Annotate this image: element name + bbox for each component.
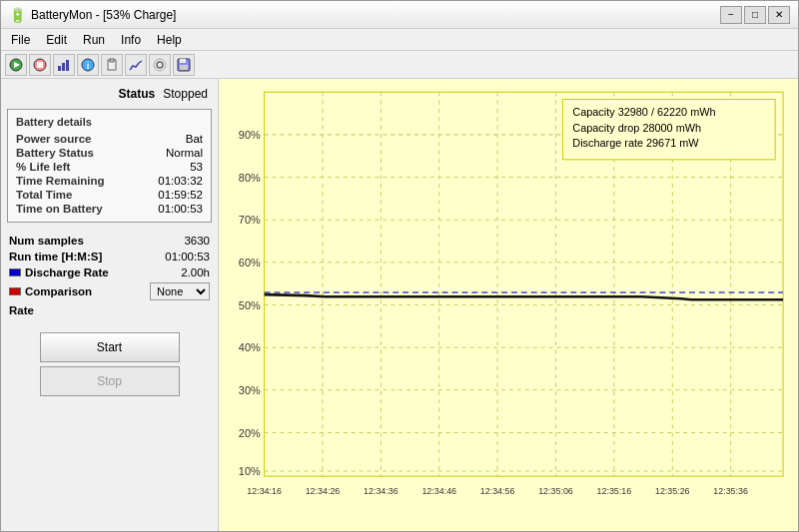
- power-source-value: Bat: [186, 133, 203, 145]
- svg-text:80%: 80%: [239, 171, 261, 183]
- svg-text:12:34:56: 12:34:56: [480, 486, 515, 496]
- chart-container: 90% 80% 70% 60% 50% 40% 30% 20% 10% 12:3…: [227, 87, 790, 523]
- svg-text:50%: 50%: [239, 298, 261, 310]
- close-button[interactable]: ✕: [768, 6, 790, 24]
- battery-status-label: Battery Status: [16, 147, 94, 159]
- chart-svg: 90% 80% 70% 60% 50% 40% 30% 20% 10% 12:3…: [227, 87, 790, 523]
- comparison-label: Comparison: [25, 285, 92, 297]
- detail-time-remaining: Time Remaining 01:03:32: [16, 174, 203, 188]
- num-samples-label: Num samples: [9, 235, 84, 247]
- menu-help[interactable]: Help: [151, 31, 188, 49]
- detail-life-left: % Life left 53: [16, 160, 203, 174]
- svg-rect-5: [62, 63, 65, 71]
- stat-comparison: Comparison None: [9, 280, 210, 302]
- svg-text:70%: 70%: [239, 214, 261, 226]
- stat-num-samples: Num samples 3630: [9, 233, 210, 249]
- power-source-label: Power source: [16, 133, 91, 145]
- svg-text:12:34:26: 12:34:26: [306, 486, 341, 496]
- toolbar-clipboard[interactable]: [101, 54, 123, 76]
- main-window: 🔋 BatteryMon - [53% Charge] − □ ✕ File E…: [0, 0, 799, 532]
- svg-text:40%: 40%: [239, 341, 261, 353]
- stop-button[interactable]: Stop: [40, 366, 180, 396]
- total-time-label: Total Time: [16, 189, 72, 201]
- svg-rect-10: [110, 59, 114, 62]
- time-remaining-label: Time Remaining: [16, 175, 105, 187]
- toolbar-chart[interactable]: [53, 54, 75, 76]
- svg-text:12:35:36: 12:35:36: [713, 486, 748, 496]
- total-time-value: 01:59:52: [158, 189, 203, 201]
- minimize-button[interactable]: −: [720, 6, 742, 24]
- battery-status-value: Normal: [166, 147, 203, 159]
- svg-rect-4: [58, 66, 61, 71]
- svg-text:12:34:46: 12:34:46: [421, 486, 456, 496]
- run-time-label: Run time [H:M:S]: [9, 251, 102, 263]
- toolbar-settings[interactable]: [149, 54, 171, 76]
- discharge-label-group: Discharge Rate: [9, 266, 109, 278]
- svg-text:60%: 60%: [239, 257, 261, 268]
- detail-time-on-battery: Time on Battery 01:00:53: [16, 202, 203, 216]
- window-title: BatteryMon - [53% Charge]: [31, 8, 176, 22]
- toolbar-info[interactable]: i: [77, 54, 99, 76]
- menu-file[interactable]: File: [5, 31, 36, 49]
- toolbar-stop[interactable]: [29, 54, 51, 76]
- svg-text:12:35:16: 12:35:16: [597, 486, 632, 496]
- svg-text:20%: 20%: [239, 426, 261, 438]
- title-bar-left: 🔋 BatteryMon - [53% Charge]: [9, 7, 176, 23]
- battery-details-title: Battery details: [16, 116, 203, 128]
- svg-text:12:34:36: 12:34:36: [364, 486, 399, 496]
- battery-details-group: Battery details Power source Bat Battery…: [7, 109, 212, 223]
- time-on-battery-label: Time on Battery: [16, 203, 103, 215]
- svg-point-11: [157, 62, 163, 68]
- status-label: Status: [119, 87, 156, 101]
- svg-rect-14: [180, 59, 186, 63]
- button-section: Start Stop: [7, 332, 212, 396]
- comparison-rate-label: Rate: [9, 304, 34, 316]
- detail-total-time: Total Time 01:59:52: [16, 188, 203, 202]
- svg-text:12:34:16: 12:34:16: [247, 486, 282, 496]
- title-bar: 🔋 BatteryMon - [53% Charge] − □ ✕: [1, 1, 798, 29]
- svg-text:Capacity 32980 / 62220 mWh: Capacity 32980 / 62220 mWh: [572, 106, 715, 118]
- svg-text:12:35:06: 12:35:06: [538, 486, 573, 496]
- time-on-battery-value: 01:00:53: [158, 203, 203, 215]
- svg-text:12:35:26: 12:35:26: [655, 486, 690, 496]
- status-value: Stopped: [163, 87, 208, 101]
- menu-info[interactable]: Info: [115, 31, 147, 49]
- svg-rect-15: [180, 65, 188, 70]
- life-left-value: 53: [190, 161, 203, 173]
- menu-edit[interactable]: Edit: [40, 31, 73, 49]
- svg-text:i: i: [87, 61, 90, 71]
- num-samples-value: 3630: [184, 235, 210, 247]
- comparison-color-swatch: [9, 287, 21, 295]
- comparison-label-group: Comparison: [9, 285, 92, 297]
- svg-rect-3: [37, 62, 43, 68]
- stat-run-time: Run time [H:M:S] 01:00:53: [9, 249, 210, 265]
- toolbar-graph[interactable]: [125, 54, 147, 76]
- toolbar-play[interactable]: [5, 54, 27, 76]
- maximize-button[interactable]: □: [744, 6, 766, 24]
- app-icon: 🔋: [9, 7, 25, 23]
- menu-run[interactable]: Run: [77, 31, 111, 49]
- status-row: Status Stopped: [7, 85, 212, 103]
- svg-text:Discharge rate 29671 mW: Discharge rate 29671 mW: [572, 137, 699, 149]
- start-button[interactable]: Start: [40, 332, 180, 362]
- svg-rect-6: [66, 60, 69, 71]
- stat-comparison-rate: Rate: [9, 302, 210, 318]
- comparison-select[interactable]: None: [150, 282, 210, 300]
- svg-text:30%: 30%: [239, 384, 261, 396]
- discharge-rate-value: 2.00h: [181, 266, 210, 278]
- toolbar: i: [1, 51, 798, 79]
- left-panel: Status Stopped Battery details Power sou…: [1, 79, 219, 531]
- time-remaining-value: 01:03:32: [158, 175, 203, 187]
- svg-point-12: [154, 59, 166, 71]
- menu-bar: File Edit Run Info Help: [1, 29, 798, 51]
- discharge-color-swatch: [9, 268, 21, 276]
- detail-power-source: Power source Bat: [16, 132, 203, 146]
- toolbar-save[interactable]: [173, 54, 195, 76]
- life-left-label: % Life left: [16, 161, 70, 173]
- main-content: Status Stopped Battery details Power sou…: [1, 79, 798, 531]
- chart-area: 90% 80% 70% 60% 50% 40% 30% 20% 10% 12:3…: [219, 79, 798, 531]
- run-time-value: 01:00:53: [165, 251, 210, 263]
- stats-section: Num samples 3630 Run time [H:M:S] 01:00:…: [7, 229, 212, 322]
- svg-text:90%: 90%: [239, 129, 261, 141]
- stat-discharge-rate: Discharge Rate 2.00h: [9, 265, 210, 280]
